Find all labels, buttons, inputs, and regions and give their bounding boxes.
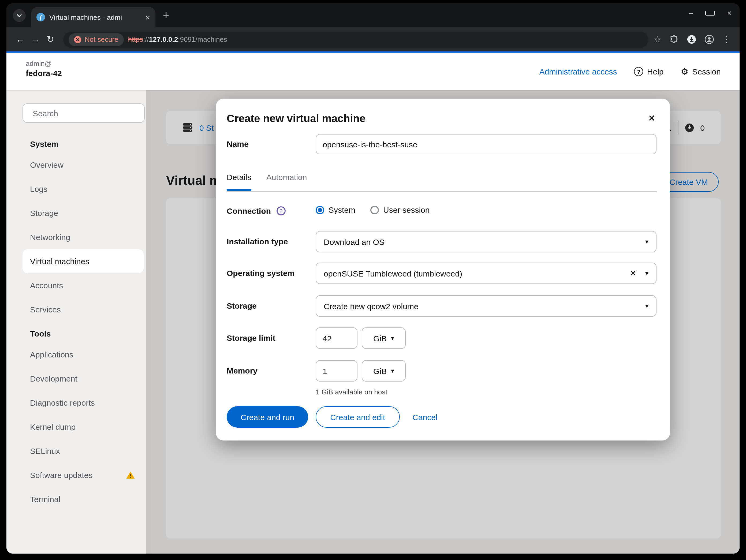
- tab-close-icon[interactable]: ×: [145, 13, 150, 21]
- bookmark-star-icon[interactable]: ☆: [654, 34, 661, 45]
- clear-selection-icon[interactable]: ×: [631, 268, 636, 278]
- extensions-icon[interactable]: [670, 35, 679, 44]
- dialog-actions: Create and run Create and edit Cancel: [227, 406, 437, 428]
- connection-radio-group: System User session: [316, 205, 430, 214]
- sidebar-item-services[interactable]: Services: [6, 297, 146, 322]
- connection-label: Connection ?: [227, 206, 285, 215]
- dialog-tabs: Details Automation: [227, 173, 307, 191]
- connection-help-icon[interactable]: ?: [276, 206, 285, 215]
- storage-select[interactable]: Create new qcow2 volume ▾: [316, 295, 657, 317]
- forward-button[interactable]: →: [28, 34, 43, 45]
- address-bar[interactable]: Not secure https://127.0.0.2:9091/machin…: [63, 31, 648, 48]
- downloads-icon[interactable]: [687, 35, 696, 44]
- create-vm-dialog: Create new virtual machine × Name Detail…: [216, 98, 670, 441]
- sidebar-item-software-updates[interactable]: Software updates: [6, 463, 146, 487]
- help-menu[interactable]: ? Help: [634, 67, 664, 76]
- url-text: https://127.0.0.2:9091/machines: [128, 35, 227, 43]
- sidebar-search[interactable]: [23, 104, 145, 123]
- warning-triangle-icon: [126, 471, 135, 479]
- security-chip[interactable]: Not secure: [68, 33, 124, 46]
- installation-type-value: Download an OS: [324, 237, 645, 246]
- storage-limit-unit: GiB: [373, 333, 387, 343]
- installation-type-label: Installation type: [227, 237, 288, 246]
- operating-system-value: openSUSE Tumbleweed (tumbleweed): [324, 269, 631, 278]
- sidebar-item-terminal[interactable]: Terminal: [6, 487, 146, 511]
- sidebar-item-diagnostic-reports[interactable]: Diagnostic reports: [6, 391, 146, 415]
- sidebar-scrollbar[interactable]: [146, 90, 152, 554]
- connection-label-text: Connection: [227, 206, 271, 215]
- sidebar-item-selinux[interactable]: SELinux: [6, 439, 146, 463]
- chevron-down-icon: ▾: [645, 238, 649, 245]
- create-and-run-button[interactable]: Create and run: [227, 406, 308, 428]
- tab-details[interactable]: Details: [227, 173, 251, 191]
- storage-limit-input[interactable]: [316, 327, 357, 349]
- installation-type-select[interactable]: Download an OS ▾: [316, 231, 657, 253]
- screen: f Virtual machines - admi × + – × ← → ↻: [0, 0, 746, 560]
- reload-button[interactable]: ↻: [43, 34, 58, 45]
- url-scheme: https: [128, 35, 143, 43]
- radio-system[interactable]: System: [316, 205, 355, 214]
- create-and-edit-button[interactable]: Create and edit: [316, 406, 400, 428]
- sidebar: System Overview Logs Storage Networking …: [6, 90, 146, 554]
- vm-name-input[interactable]: [316, 134, 657, 154]
- maximize-button[interactable]: [705, 8, 715, 17]
- session-menu[interactable]: ⚙ Session: [681, 66, 721, 77]
- storage-label: Storage: [227, 301, 257, 310]
- gear-icon: ⚙: [681, 66, 689, 77]
- sidebar-nav: System Overview Logs Storage Networking …: [6, 132, 146, 511]
- storage-limit-unit-select[interactable]: GiB ▾: [362, 327, 406, 349]
- url-host: 127.0.0.2: [149, 35, 178, 43]
- sidebar-item-accounts[interactable]: Accounts: [6, 273, 146, 297]
- search-input[interactable]: [33, 109, 139, 118]
- browser-tab[interactable]: f Virtual machines - admi ×: [31, 7, 155, 27]
- chevron-down-icon: [17, 14, 22, 17]
- operating-system-combobox[interactable]: openSUSE Tumbleweed (tumbleweed) × ▾: [316, 263, 657, 284]
- dialog-close-icon[interactable]: ×: [649, 113, 655, 123]
- tab-automation[interactable]: Automation: [266, 173, 307, 191]
- session-label: Session: [692, 67, 721, 76]
- url-separator: ://: [143, 35, 149, 43]
- not-secure-icon: [74, 36, 82, 43]
- sidebar-item-logs[interactable]: Logs: [6, 177, 146, 201]
- storage-limit-label: Storage limit: [227, 333, 276, 343]
- menu-dots-icon[interactable]: ⋮: [722, 34, 731, 45]
- tabs-divider: [227, 191, 657, 192]
- tab-strip: f Virtual machines - admi × + – ×: [6, 3, 740, 27]
- radio-system-icon: [316, 206, 324, 214]
- toolbar-icons: ☆ ⋮: [654, 34, 733, 45]
- minimize-button[interactable]: –: [686, 8, 696, 17]
- memory-unit-select[interactable]: GiB ▾: [362, 360, 406, 382]
- chevron-down-icon: ▾: [645, 302, 649, 310]
- logged-in-user: admin@ fedora-42: [26, 59, 62, 78]
- dialog-title: Create new virtual machine: [227, 113, 366, 125]
- back-button[interactable]: ←: [13, 34, 28, 45]
- browser-toolbar: ← → ↻ Not secure https://127.0.0.2:9091/…: [6, 27, 740, 52]
- software-updates-label: Software updates: [30, 471, 93, 480]
- close-window-button[interactable]: ×: [724, 8, 734, 17]
- chevron-down-icon: ▾: [391, 367, 394, 375]
- fedora-favicon: f: [36, 13, 45, 22]
- sidebar-item-networking[interactable]: Networking: [6, 225, 146, 249]
- security-chip-label: Not secure: [85, 35, 118, 43]
- memory-unit: GiB: [373, 366, 387, 375]
- chevron-down-icon: ▾: [391, 334, 394, 342]
- new-tab-button[interactable]: +: [163, 10, 169, 20]
- sidebar-item-overview[interactable]: Overview: [6, 153, 146, 177]
- main-content: 0 St 1 0 Virtual m Create VM: [152, 90, 740, 554]
- url-path: :9091/machines: [178, 35, 227, 43]
- tab-search-button[interactable]: [13, 9, 26, 22]
- cancel-button[interactable]: Cancel: [412, 412, 437, 421]
- memory-label: Memory: [227, 366, 258, 375]
- sidebar-item-applications[interactable]: Applications: [6, 343, 146, 366]
- profile-avatar-icon[interactable]: [705, 35, 714, 44]
- sidebar-item-development[interactable]: Development: [6, 366, 146, 391]
- sidebar-item-kernel-dump[interactable]: Kernel dump: [6, 415, 146, 439]
- cockpit-header: admin@ fedora-42 Administrative access ?…: [6, 53, 740, 90]
- memory-input[interactable]: [316, 360, 357, 382]
- radio-user-session[interactable]: User session: [370, 205, 430, 214]
- sidebar-item-storage[interactable]: Storage: [6, 201, 146, 225]
- host-name: fedora-42: [26, 68, 62, 78]
- sidebar-item-virtual-machines[interactable]: Virtual machines: [23, 249, 144, 273]
- chevron-down-icon: ▾: [645, 270, 649, 277]
- administrative-access-link[interactable]: Administrative access: [539, 67, 617, 76]
